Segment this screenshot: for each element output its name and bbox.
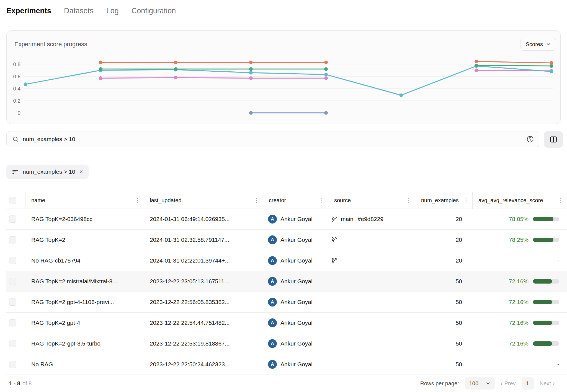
score-value: 72.16% xyxy=(509,320,529,326)
filter-icon xyxy=(12,168,19,175)
top-nav: Experiments Datasets Log Configuration xyxy=(6,2,561,19)
row-range-label: 1 - 8 xyxy=(6,380,20,387)
last-updated-value: 2023-12-22 22:54:44.751482... xyxy=(150,320,230,326)
score-progress-card: Experiment score progress Scores 00.20.4… xyxy=(6,30,561,124)
table-row[interactable]: RAG TopK=2 gpt-4-1106-previ... 2023-12-2… xyxy=(6,292,567,313)
experiment-name[interactable]: RAG TopK=2 gpt-4-1106-previ... xyxy=(31,299,114,305)
num-examples-value: 50 xyxy=(456,320,462,326)
search-input[interactable]: num_examples > 10 xyxy=(6,131,539,147)
experiment-name[interactable]: No RAG-cb175794 xyxy=(31,257,80,264)
column-menu-icon[interactable]: ⋮ xyxy=(132,197,140,204)
chevron-down-icon xyxy=(486,381,490,386)
score-bar xyxy=(533,279,559,284)
row-checkbox[interactable] xyxy=(9,257,16,264)
column-menu-icon[interactable]: ⋮ xyxy=(404,197,412,204)
row-checkbox[interactable] xyxy=(9,278,16,285)
row-checkbox[interactable] xyxy=(9,319,16,326)
creator-name: Ankur Goyal xyxy=(280,257,313,264)
table-row[interactable]: No RAG-cb175794 2024-01-31 02:22:01.3974… xyxy=(6,250,567,271)
creator-name: Ankur Goyal xyxy=(280,216,313,222)
svg-text:0.8: 0.8 xyxy=(13,61,20,67)
row-checkbox[interactable] xyxy=(9,216,16,223)
filter-chip-label: num_examples > 10 xyxy=(23,168,75,175)
svg-text:0: 0 xyxy=(17,110,20,116)
score-progress-chart: 00.20.40.60.8 xyxy=(7,51,560,123)
column-menu-icon[interactable]: ⋮ xyxy=(461,197,469,204)
score-bar-fill xyxy=(533,300,552,304)
row-total-label: of 8 xyxy=(22,380,32,387)
avatar: A xyxy=(268,298,277,307)
row-checkbox[interactable] xyxy=(9,236,16,243)
tab-experiments[interactable]: Experiments xyxy=(6,7,51,15)
search-query-text: num_examples > 10 xyxy=(23,136,522,142)
table-header: name⋮ last_updated⋮ creator⋮ source⋮ num… xyxy=(6,192,567,209)
rows-per-page-select[interactable]: 100 xyxy=(465,377,495,390)
score-bar-fill xyxy=(533,279,552,284)
score-bar xyxy=(533,321,559,325)
filter-chip[interactable]: num_examples > 10 × xyxy=(6,165,89,179)
creator-name: Ankur Goyal xyxy=(280,320,313,326)
avatar: A xyxy=(268,235,277,244)
experiment-name[interactable]: RAG TopK=2 gpt-4 xyxy=(31,320,80,326)
table-row[interactable]: No RAG 2023-12-22 22:50:24.462323... A A… xyxy=(6,354,567,375)
experiment-name[interactable]: RAG TopK=2 mistralai/Mixtral-8... xyxy=(31,278,117,285)
experiment-name[interactable]: RAG TopK=2-036498cc xyxy=(31,216,92,222)
table-row[interactable]: RAG TopK=2 mistralai/Mixtral-8... 2023-1… xyxy=(6,271,567,292)
chevron-left-icon: ‹ xyxy=(501,380,503,387)
toggle-side-panel-button[interactable] xyxy=(544,131,563,148)
git-branch-icon xyxy=(331,237,337,243)
score-bar-fill xyxy=(533,217,553,221)
score-value: 78.25% xyxy=(509,237,529,243)
score-value: 72.16% xyxy=(509,340,529,347)
experiment-name[interactable]: No RAG xyxy=(31,361,53,368)
score-bar xyxy=(533,341,559,346)
help-icon[interactable] xyxy=(526,135,534,143)
current-page-button[interactable]: 1 xyxy=(522,377,534,390)
num-examples-value: 50 xyxy=(456,278,462,285)
rows-per-page-value: 100 xyxy=(469,380,478,387)
num-examples-value: 20 xyxy=(456,257,462,264)
table-row[interactable]: RAG TopK=2 gpt-4 2023-12-22 22:54:44.751… xyxy=(6,313,567,333)
table-row[interactable]: RAG TopK=2-036498cc 2024-01-31 06:49:14.… xyxy=(6,209,567,230)
table-row[interactable]: RAG TopK=2 2024-01-31 02:32:58.791147...… xyxy=(6,230,567,250)
column-menu-icon[interactable]: ⋮ xyxy=(251,197,259,204)
column-header-last-updated[interactable]: last_updated⋮ xyxy=(144,192,263,209)
score-bar-fill xyxy=(533,341,552,346)
rows-per-page-label: Rows per page: xyxy=(420,380,459,387)
last-updated-value: 2023-12-22 23:05:13.167511... xyxy=(150,278,229,285)
row-checkbox[interactable] xyxy=(9,298,16,306)
select-all-checkbox[interactable] xyxy=(9,197,16,204)
column-menu-icon[interactable]: ⋮ xyxy=(556,197,564,204)
column-menu-icon[interactable]: ⋮ xyxy=(317,197,325,204)
experiment-name[interactable]: RAG TopK=2 xyxy=(31,237,65,243)
experiment-name[interactable]: RAG TopK=2-gpt-3.5-turbo xyxy=(31,340,100,347)
last-updated-value: 2023-12-22 22:53:19.818867... xyxy=(150,340,230,347)
column-header-name[interactable]: name⋮ xyxy=(25,192,144,209)
creator-name: Ankur Goyal xyxy=(280,340,313,347)
column-header-avg-relevance[interactable]: avg_avg_relevance_score⋮ xyxy=(473,192,567,209)
table-body: RAG TopK=2-036498cc 2024-01-31 06:49:14.… xyxy=(6,209,567,375)
tab-datasets[interactable]: Datasets xyxy=(64,7,94,15)
score-value: - xyxy=(557,361,559,368)
tab-log[interactable]: Log xyxy=(106,7,119,15)
scores-dropdown-button[interactable]: Scores xyxy=(520,38,556,51)
column-header-source[interactable]: source⋮ xyxy=(328,192,415,209)
score-bar xyxy=(533,217,559,221)
pagination-controls: Rows per page: 100 ‹Prev 1 Next› xyxy=(420,377,561,390)
creator-name: Ankur Goyal xyxy=(280,278,313,285)
next-page-button[interactable]: Next› xyxy=(540,380,555,387)
avatar: A xyxy=(268,318,277,327)
prev-page-button[interactable]: ‹Prev xyxy=(501,380,516,387)
last-updated-value: 2023-12-22 22:56:05.835362... xyxy=(150,299,230,305)
tab-configuration[interactable]: Configuration xyxy=(132,7,176,15)
source-commit-hash: #e9d8229 xyxy=(358,216,383,222)
avatar: A xyxy=(268,277,277,286)
filter-remove-icon[interactable]: × xyxy=(79,169,83,175)
svg-text:0.6: 0.6 xyxy=(13,74,20,79)
column-header-creator[interactable]: creator⋮ xyxy=(263,192,328,209)
table-row[interactable]: RAG TopK=2-gpt-3.5-turbo 2023-12-22 22:5… xyxy=(6,333,567,354)
column-header-num-examples[interactable]: num_examples⋮ xyxy=(415,192,473,209)
table-footer: 1 - 8 of 8 Rows per page: 100 ‹Prev 1 Ne… xyxy=(6,375,561,391)
row-checkbox[interactable] xyxy=(9,361,16,368)
row-checkbox[interactable] xyxy=(9,340,16,347)
